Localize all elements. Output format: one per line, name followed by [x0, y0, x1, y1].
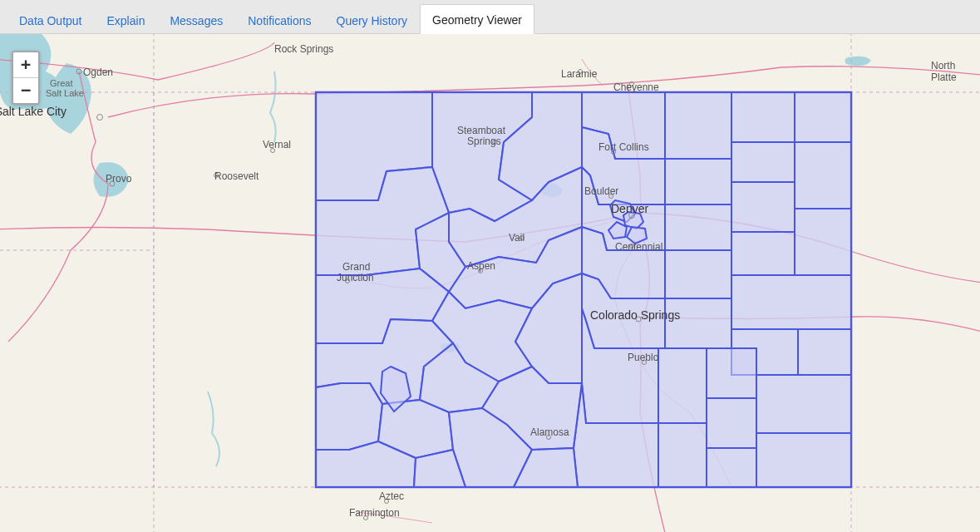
label-steamboat-2: Springs: [467, 135, 501, 147]
label-great-salt-lake-2: Salt Lake: [46, 88, 84, 98]
label-aspen: Aspen: [467, 260, 495, 272]
label-pueblo: Pueblo: [628, 352, 659, 363]
svg-rect-5: [731, 92, 795, 142]
zoom-in-button[interactable]: +: [13, 52, 38, 77]
svg-rect-18: [756, 375, 851, 433]
svg-rect-20: [756, 433, 851, 487]
label-provo: Provo: [106, 173, 132, 185]
tab-notifications[interactable]: Notifications: [235, 5, 323, 34]
svg-rect-3: [795, 142, 851, 209]
label-farmington: Farmington: [349, 507, 400, 519]
svg-rect-13: [731, 275, 851, 329]
label-cheyenne: Cheyenne: [613, 81, 659, 93]
svg-rect-8: [665, 92, 731, 159]
tab-messages[interactable]: Messages: [157, 5, 235, 34]
svg-rect-23: [658, 423, 707, 487]
zoom-out-button[interactable]: −: [13, 77, 38, 103]
label-alamosa: Alamosa: [530, 426, 569, 438]
svg-rect-11: [731, 232, 795, 275]
label-rock-springs: Rock Springs: [274, 43, 333, 55]
svg-rect-9: [665, 159, 731, 204]
svg-rect-7: [731, 182, 795, 232]
tab-query-history[interactable]: Query History: [324, 5, 421, 34]
svg-rect-16: [798, 329, 851, 375]
svg-rect-14: [665, 298, 731, 348]
svg-rect-17: [707, 348, 756, 398]
label-steamboat-1: Steamboat: [457, 125, 506, 136]
svg-rect-4: [795, 209, 851, 275]
label-grand-junction-2: Junction: [337, 272, 374, 283]
label-north-platte-2: Platte: [931, 71, 957, 83]
map-svg: Ogden Salt Lake City Great Salt Lake Pro…: [0, 34, 980, 532]
label-centennial: Centennial: [615, 241, 662, 253]
svg-rect-21: [707, 448, 756, 487]
label-grand-junction-1: Grand: [342, 261, 370, 273]
label-north-platte-1: North: [931, 60, 955, 71]
geometry-overlay-colorado-counties: [316, 92, 851, 487]
label-boulder: Boulder: [584, 185, 618, 197]
label-roosevelt: Roosevelt: [214, 170, 259, 182]
svg-rect-10: [665, 204, 731, 250]
tab-explain[interactable]: Explain: [95, 5, 158, 34]
label-great-salt-lake-1: Great: [50, 78, 73, 88]
svg-rect-19: [707, 398, 756, 448]
label-vail: Vail: [509, 232, 524, 244]
tab-data-output[interactable]: Data Output: [7, 5, 95, 34]
result-tabs: Data Output Explain Messages Notificatio…: [0, 0, 980, 34]
label-colorado-springs: Colorado Springs: [590, 308, 680, 322]
label-ogden: Ogden: [83, 66, 113, 78]
svg-rect-22: [658, 348, 707, 423]
label-salt-lake-city: Salt Lake City: [0, 105, 66, 118]
geometry-viewer-map[interactable]: Ogden Salt Lake City Great Salt Lake Pro…: [0, 34, 980, 532]
svg-rect-2: [795, 92, 851, 142]
label-fort-collins: Fort Collins: [598, 141, 649, 153]
zoom-controls: + −: [12, 51, 40, 105]
label-laramie: Laramie: [561, 68, 598, 80]
svg-rect-6: [731, 142, 795, 182]
tab-geometry-viewer[interactable]: Geometry Viewer: [420, 4, 534, 34]
label-vernal: Vernal: [263, 139, 291, 150]
label-denver: Denver: [611, 202, 648, 215]
label-aztec: Aztec: [379, 490, 404, 502]
svg-rect-12: [665, 250, 731, 298]
